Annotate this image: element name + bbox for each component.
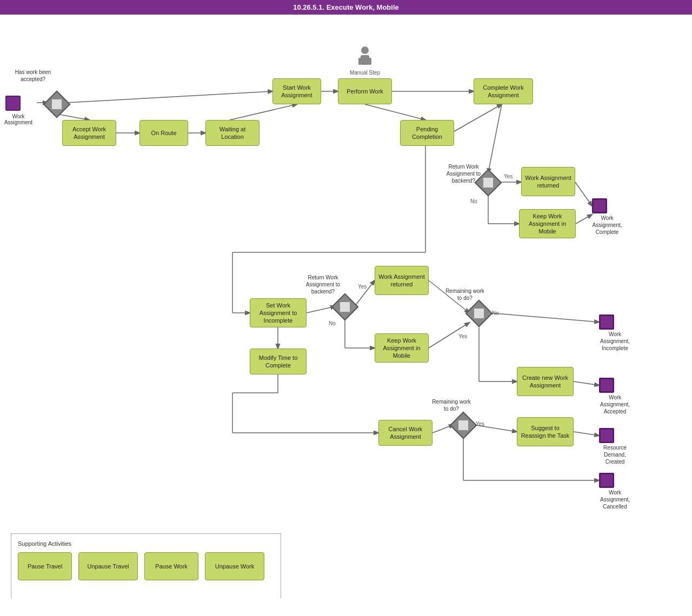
wa-incomplete-label: Work Assignment, Incomplete [595, 331, 635, 352]
return-backend-1-label: Return Work Assignment to backend? [443, 163, 484, 184]
has-work-accepted-label: Has work been accepted? [9, 69, 57, 83]
svg-line-27 [489, 313, 599, 322]
svg-line-4 [66, 91, 272, 103]
work-assignment-start [5, 96, 21, 111]
accept-work-assignment: Accept Work Assignment [62, 120, 116, 146]
no-label-1: No [470, 198, 477, 204]
wa-cancelled-label: Work Assignment, Cancelled [595, 489, 635, 510]
svg-line-5 [230, 104, 297, 120]
remaining-work-2-label: Remaining work to do? [430, 398, 473, 412]
diamond-return-backend-2 [331, 293, 359, 321]
svg-point-40 [361, 46, 369, 54]
yes-label-2: Yes [358, 284, 367, 290]
svg-rect-42 [358, 58, 362, 65]
svg-line-35 [574, 432, 599, 436]
modify-time-to-complete: Modify Time to Complete [250, 349, 307, 374]
keep-work-mobile-2: Keep Work Assignment in Mobile [375, 333, 429, 363]
create-new-assignment: Create new Work Assignment [517, 367, 574, 396]
svg-line-8 [365, 104, 425, 120]
svg-line-30 [574, 381, 599, 385]
diamond-remaining-work-2 [450, 412, 477, 439]
pending-completion: Pending Completion [400, 120, 454, 146]
svg-rect-41 [361, 55, 369, 65]
wa-complete-label: Work Assignment, Complete [588, 215, 626, 236]
svg-line-9 [451, 104, 502, 133]
wa-accepted-label: Work Assignment, Accepted [595, 394, 635, 415]
unpause-work: Unpause Work [205, 552, 264, 580]
remaining-work-1-label: Remaining work to do? [443, 287, 487, 302]
svg-rect-43 [368, 58, 371, 65]
manual-step-icon: Manual Step [349, 46, 381, 76]
perform-work: Perform Work [338, 78, 392, 104]
pause-travel: Pause Travel [18, 552, 72, 580]
wa-complete-end [592, 198, 607, 213]
diamond-has-work-accepted [43, 91, 71, 118]
work-assignment-returned-1: Work Assignment returned [521, 167, 575, 196]
cancel-work-assignment: Cancel Work Assignment [378, 420, 432, 446]
no-label-3: No [492, 310, 499, 316]
waiting-at-location: Waiting at Location [205, 120, 260, 146]
work-assignment-returned-2: Work Assignment returned [375, 266, 429, 295]
return-backend-2-label: Return Work Assignment to backend? [303, 274, 343, 295]
no-label-2: No [329, 320, 336, 326]
yes-label-4: Yes [476, 421, 484, 427]
svg-line-10 [488, 104, 502, 173]
start-work-assignment: Start Work Assignment [272, 78, 321, 104]
complete-work-assignment: Complete Work Assignment [474, 78, 533, 104]
yes-label-1: Yes [504, 173, 513, 179]
set-work-incomplete: Set Work Assignment to Incomplete [250, 298, 307, 327]
unpause-travel: Unpause Travel [78, 552, 138, 580]
resource-demand-end [599, 428, 614, 443]
supporting-activities-title: Supporting Activities [18, 540, 274, 547]
supporting-activities-box: Supporting Activities Pause Travel Unpau… [11, 533, 281, 598]
title-bar: 10.26.5.1. Execute Work, Mobile [0, 0, 692, 15]
svg-line-1 [57, 114, 89, 120]
on-route: On Route [139, 120, 188, 146]
wa-accepted-end [599, 378, 614, 393]
pause-work: Pause Work [144, 552, 198, 580]
resource-demand-label: Resource Demand, Created [595, 444, 635, 465]
suggest-reassign: Suggest to Reassign the Task [517, 417, 574, 446]
diagram-container: Work Assignment Has work been accepted? … [0, 15, 692, 598]
wa-incomplete-end [599, 314, 614, 330]
svg-line-21 [307, 306, 335, 313]
wa-cancelled-end [599, 473, 614, 488]
keep-work-mobile-1: Keep Work Assignment in Mobile [519, 209, 576, 238]
yes-label-3: Yes [458, 333, 467, 339]
diagram-title: 10.26.5.1. Execute Work, Mobile [293, 3, 399, 11]
svg-line-14 [575, 182, 592, 206]
diamond-remaining-work-1 [465, 300, 493, 327]
work-assignment-label: Work Assignment [0, 113, 37, 125]
manual-step-label: Manual Step [349, 70, 381, 76]
